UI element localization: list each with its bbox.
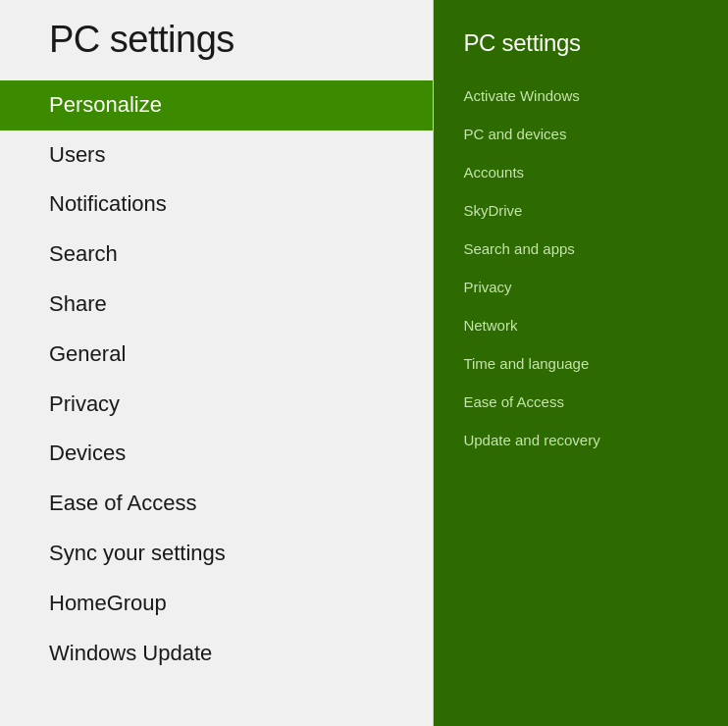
left-nav-item-sync-your-settings[interactable]: Sync your settings xyxy=(0,529,433,579)
left-nav-item-share[interactable]: Share xyxy=(0,280,433,330)
left-nav-list: PersonalizeUsersNotificationsSearchShare… xyxy=(0,80,433,726)
left-nav-item-ease-of-access[interactable]: Ease of Access xyxy=(0,479,433,529)
right-nav-list: Activate WindowsPC and devicesAccountsSk… xyxy=(434,77,728,459)
right-nav-item-activate-windows[interactable]: Activate Windows xyxy=(434,77,728,115)
left-nav-item-windows-update[interactable]: Windows Update xyxy=(0,629,433,679)
right-nav-item-pc-and-devices[interactable]: PC and devices xyxy=(434,115,728,153)
right-nav-item-update-and-recovery[interactable]: Update and recovery xyxy=(434,421,728,459)
left-nav-item-privacy[interactable]: Privacy xyxy=(0,380,433,430)
left-nav-item-users[interactable]: Users xyxy=(0,130,433,181)
left-nav-item-devices[interactable]: Devices xyxy=(0,429,433,479)
left-nav-item-notifications[interactable]: Notifications xyxy=(0,180,433,230)
right-nav-item-network[interactable]: Network xyxy=(434,306,728,344)
right-nav-item-search-and-apps[interactable]: Search and apps xyxy=(434,230,728,268)
right-nav-item-ease-of-access[interactable]: Ease of Access xyxy=(434,383,728,421)
left-panel: PC settings PersonalizeUsersNotification… xyxy=(0,0,433,726)
left-nav-item-personalize[interactable]: Personalize xyxy=(0,80,433,130)
left-nav-item-search[interactable]: Search xyxy=(0,230,433,280)
left-nav-item-homegroup[interactable]: HomeGroup xyxy=(0,579,433,629)
right-panel: PC settings Activate WindowsPC and devic… xyxy=(434,0,728,726)
right-panel-title: PC settings xyxy=(434,20,728,77)
right-nav-item-accounts[interactable]: Accounts xyxy=(434,153,728,191)
right-nav-item-privacy[interactable]: Privacy xyxy=(434,268,728,306)
left-nav-item-general[interactable]: General xyxy=(0,330,433,380)
right-nav-item-skydrive[interactable]: SkyDrive xyxy=(434,191,728,230)
app-title: PC settings xyxy=(0,0,433,80)
right-nav-item-time-and-language[interactable]: Time and language xyxy=(434,344,728,383)
